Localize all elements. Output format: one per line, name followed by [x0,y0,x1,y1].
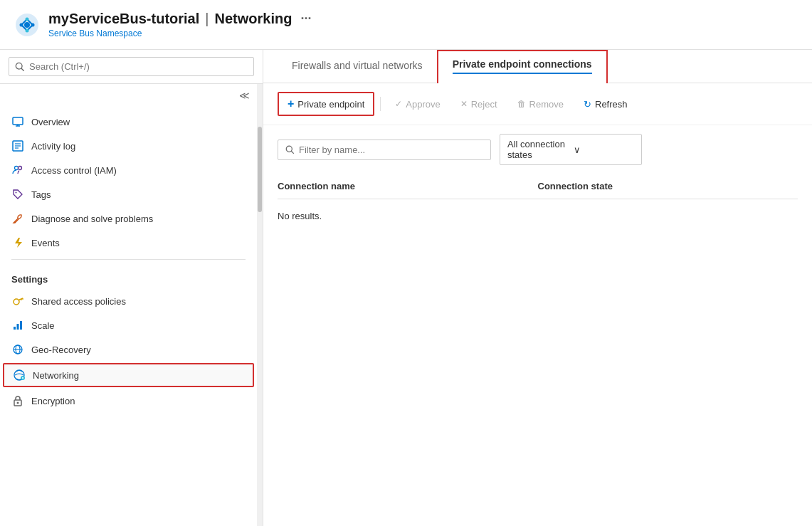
scale-icon [11,319,24,332]
col-header-connection-state: Connection state [538,181,798,191]
settings-section-label: Settings [0,264,257,289]
page-header: myServiceBus-tutorial | Networking ··· S… [0,0,812,50]
table-header-row: Connection name Connection state [278,174,798,199]
refresh-icon: ↻ [584,99,591,110]
sidebar-item-activity-log-label: Activity log [31,141,75,152]
chevron-down-icon: ∨ [574,144,634,155]
search-box[interactable] [9,57,254,76]
sidebar-scrollbar-thumb[interactable] [258,127,262,212]
svg-point-33 [17,402,19,404]
tab-private-endpoint[interactable]: Private endpoint connections [437,50,608,83]
refresh-label: Refresh [595,99,628,110]
title-separator: | [205,11,209,27]
lock-icon [11,394,24,407]
filter-input[interactable] [299,144,483,155]
reject-label: Reject [471,99,497,110]
page-title: Networking [215,11,292,27]
people-icon [11,164,24,177]
toolbar-separator-1 [380,97,381,111]
connection-table: Connection name Connection state No resu… [263,174,812,526]
settings-divider [11,259,246,260]
resource-title: myServiceBus-tutorial | Networking ··· [48,11,311,27]
plus-icon: + [288,98,294,110]
sidebar-item-tags[interactable]: Tags [0,182,257,206]
sidebar-item-geo-recovery[interactable]: Geo-Recovery [0,337,257,362]
filter-area: All connection states ∨ [263,125,812,174]
sidebar-item-shared-access-label: Shared access policies [31,296,126,307]
globe-icon [11,343,24,356]
sidebar-search-area [0,50,263,84]
svg-point-18 [14,299,19,305]
remove-label: Remove [529,99,564,110]
key-icon [11,295,24,307]
svg-point-16 [19,167,22,170]
sidebar-collapse-button[interactable]: ≪ [238,88,251,102]
sidebar-item-networking[interactable]: Networking [3,363,254,387]
col-header-connection-name: Connection name [278,181,538,191]
svg-point-5 [26,28,29,32]
sidebar-nav: Overview Activity log Access control (IA… [0,107,257,526]
svg-line-35 [292,151,294,153]
header-text-block: myServiceBus-tutorial | Networking ··· S… [48,11,311,38]
sidebar-item-diagnose[interactable]: Diagnose and solve problems [0,206,257,231]
resource-name: myServiceBus-tutorial [48,11,199,27]
main-layout: ≪ Overview Activity log [0,50,812,526]
network-icon [13,369,26,382]
remove-button[interactable]: 🗑 Remove [509,95,572,114]
add-private-endpoint-button[interactable]: + Private endpoint [278,92,374,116]
svg-point-2 [20,23,23,26]
svg-line-19 [19,298,23,300]
add-private-endpoint-label: Private endpoint [297,99,364,110]
reject-button[interactable]: ✕ Reject [452,95,506,114]
svg-point-3 [31,23,35,26]
sidebar-item-networking-label: Networking [33,370,79,381]
service-bus-icon [14,12,40,38]
sidebar-item-scale-label: Scale [31,320,55,331]
wrench-icon [11,212,24,225]
trash-icon: 🗑 [517,99,526,109]
lightning-icon [11,236,24,249]
x-icon: ✕ [460,99,468,109]
refresh-button[interactable]: ↻ Refresh [575,95,636,114]
more-options-button[interactable]: ··· [300,11,311,26]
monitor-icon [11,115,24,128]
approve-button[interactable]: ✓ Approve [386,95,448,114]
sidebar-item-overview-label: Overview [31,117,70,127]
svg-rect-8 [13,117,23,125]
sidebar: ≪ Overview Activity log [0,50,263,526]
check-icon: ✓ [395,99,402,109]
svg-point-1 [24,22,30,28]
search-icon [15,62,25,72]
sidebar-item-iam-label: Access control (IAM) [31,165,117,176]
sidebar-item-shared-access[interactable]: Shared access policies [0,289,257,313]
sidebar-item-encryption[interactable]: Encryption [0,389,257,413]
approve-label: Approve [406,99,440,110]
sidebar-item-tags-label: Tags [31,189,51,200]
sidebar-item-scale[interactable]: Scale [0,313,257,337]
svg-point-15 [15,167,19,170]
sidebar-inner: ≪ Overview Activity log [0,84,263,526]
sidebar-scrollbar[interactable] [257,84,263,526]
connection-state-dropdown[interactable]: All connection states ∨ [500,134,642,165]
svg-point-17 [16,192,17,194]
no-results-message: No results. [278,199,798,233]
resource-type-label: Service Bus Namespace [48,28,311,38]
sidebar-item-activity-log[interactable]: Activity log [0,134,257,158]
sidebar-item-access-control[interactable]: Access control (IAM) [0,158,257,182]
filter-search-icon [285,145,295,154]
list-icon [11,140,24,152]
svg-rect-23 [17,324,19,330]
sidebar-item-encryption-label: Encryption [31,396,75,406]
sidebar-item-events[interactable]: Events [0,231,257,255]
tag-icon [11,188,24,201]
svg-rect-24 [20,321,22,330]
sidebar-item-geo-recovery-label: Geo-Recovery [31,344,91,355]
tab-firewalls[interactable]: Firewalls and virtual networks [278,50,437,83]
sidebar-item-overview[interactable]: Overview [0,110,257,134]
tab-bar: Firewalls and virtual networks Private e… [263,50,812,83]
toolbar: + Private endpoint ✓ Approve ✕ Reject 🗑 … [263,83,812,125]
svg-point-4 [26,17,29,21]
sidebar-item-events-label: Events [31,238,60,248]
search-input[interactable] [29,61,248,72]
filter-input-box[interactable] [278,140,491,160]
